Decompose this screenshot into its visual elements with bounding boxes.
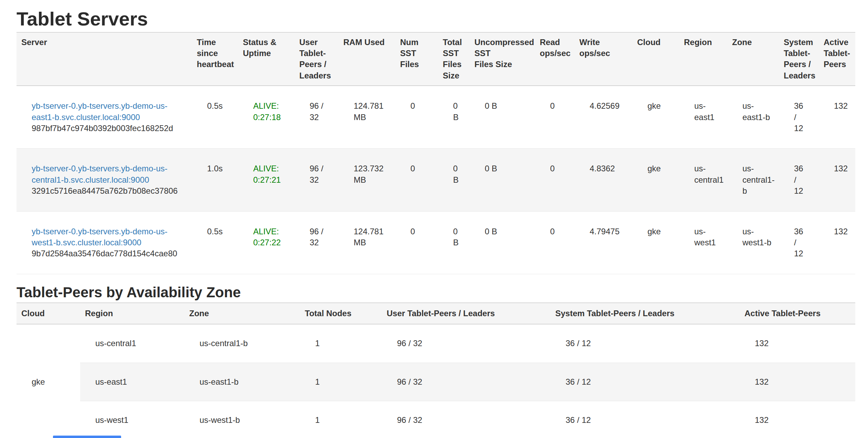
region-cell: us-east1 <box>679 86 727 149</box>
cloud-cell: gke <box>632 211 679 274</box>
user-peers-cell: 96 / 32 <box>294 149 339 211</box>
tablet-peers-by-az-table: Cloud Region Zone Total Nodes User Table… <box>17 302 855 438</box>
col-num-sst-files: Num SST Files <box>395 32 438 86</box>
col-heartbeat: Time since heartbeat <box>192 32 238 86</box>
az-row: us-east1 us-east1-b 1 96 / 32 36 / 12 13… <box>17 363 855 401</box>
total-sst-cell: 0 B <box>438 211 470 274</box>
page-content: Tablet Servers Server Time since heartbe… <box>0 8 868 438</box>
col-server: Server <box>17 32 192 86</box>
uncompressed-sst-cell: 0 B <box>470 211 535 274</box>
zone-cell: us-west1-b <box>727 211 779 274</box>
tserver-row: yb-tserver-0.yb-tservers.yb-demo-us-east… <box>17 86 855 149</box>
uncompressed-sst-cell: 0 B <box>470 86 535 149</box>
region-cell: us-west1 <box>679 211 727 274</box>
total-nodes-cell: 1 <box>300 401 382 438</box>
az-header-row: Cloud Region Zone Total Nodes User Table… <box>17 303 855 324</box>
server-link[interactable]: yb-tserver-0.yb-tservers.yb-demo-us-west… <box>32 227 168 247</box>
zone-cell: us-east1-b <box>727 86 779 149</box>
total-nodes-cell: 1 <box>300 363 382 401</box>
active-peers-cell: 132 <box>740 324 855 363</box>
col-total-nodes: Total Nodes <box>300 303 382 324</box>
server-link[interactable]: yb-tserver-0.yb-tservers.yb-demo-us-cent… <box>32 164 168 184</box>
col-ram-used: RAM Used <box>339 32 395 86</box>
col-user-tablet-peers: User Tablet-Peers / Leaders <box>382 303 550 324</box>
total-sst-cell: 0 B <box>438 149 470 211</box>
zone-cell: us-west1-b <box>184 401 300 438</box>
tserver-row: yb-tserver-0.yb-tservers.yb-demo-us-cent… <box>17 149 855 211</box>
server-uuid: 987bf7b47c974b0392b003fec168252d <box>32 123 187 134</box>
write-ops-cell: 4.62569 <box>575 86 632 149</box>
server-uuid: 3291c5716ea84475a762b7b08ec37806 <box>32 185 187 196</box>
page-title: Tablet Servers <box>17 8 855 30</box>
system-peers-value: 36 / 12 <box>794 163 806 196</box>
zone-cell: us-east1-b <box>184 363 300 401</box>
active-peers-cell: 132 <box>819 149 855 211</box>
system-peers-value: 36 / 12 <box>794 100 806 134</box>
system-peers-cell: 36 / 12 <box>550 324 740 363</box>
tserver-header-row: Server Time since heartbeat Status & Upt… <box>17 32 855 86</box>
server-link[interactable]: yb-tserver-0.yb-tservers.yb-demo-us-east… <box>32 101 168 121</box>
write-ops-cell: 4.79475 <box>575 211 632 274</box>
col-cloud: Cloud <box>17 303 80 324</box>
az-row: us-west1 us-west1-b 1 96 / 32 36 / 12 13… <box>17 401 855 438</box>
uncompressed-sst-cell: 0 B <box>470 149 535 211</box>
num-sst-cell: 0 <box>395 211 438 274</box>
active-peers-cell: 132 <box>740 363 855 401</box>
read-ops-cell: 0 <box>535 149 575 211</box>
num-sst-cell: 0 <box>395 149 438 211</box>
col-read-ops: Read ops/sec <box>535 32 575 86</box>
system-peers-cell: 36 / 12 <box>550 363 740 401</box>
partially-visible-element[interactable] <box>53 436 121 438</box>
active-peers-cell: 132 <box>740 401 855 438</box>
total-sst-cell: 0 B <box>438 86 470 149</box>
col-region: Region <box>80 303 184 324</box>
server-cell: yb-tserver-0.yb-tservers.yb-demo-us-west… <box>17 211 192 274</box>
system-peers-cell: 36 / 12 <box>779 211 819 274</box>
col-active-tablet-peers: Active Tablet-Peers <box>740 303 855 324</box>
status-cell: ALIVE: 0:27:22 <box>238 211 294 274</box>
col-cloud: Cloud <box>632 32 679 86</box>
status-cell: ALIVE: 0:27:21 <box>238 149 294 211</box>
cloud-cell: gke <box>632 149 679 211</box>
col-active-tablet-peers: Active Tablet-Peers <box>819 32 855 86</box>
tablet-servers-table: Server Time since heartbeat Status & Upt… <box>17 32 855 274</box>
col-write-ops: Write ops/sec <box>575 32 632 86</box>
system-peers-value: 36 / 12 <box>794 226 806 259</box>
region-cell: us-east1 <box>80 363 184 401</box>
system-peers-cell: 36 / 12 <box>779 149 819 211</box>
server-cell: yb-tserver-0.yb-tservers.yb-demo-us-east… <box>17 86 192 149</box>
server-cell: yb-tserver-0.yb-tservers.yb-demo-us-cent… <box>17 149 192 211</box>
server-uuid: 9b7d2584aa35476dac778d154c4cae80 <box>32 248 187 259</box>
write-ops-cell: 4.8362 <box>575 149 632 211</box>
user-peers-cell: 96 / 32 <box>382 363 550 401</box>
zone-cell: us-central1-b <box>727 149 779 211</box>
ram-used-cell: 123.732 MB <box>339 149 395 211</box>
user-peers-cell: 96 / 32 <box>294 211 339 274</box>
active-peers-cell: 132 <box>819 211 855 274</box>
col-status-uptime: Status & Uptime <box>238 32 294 86</box>
col-region: Region <box>679 32 727 86</box>
system-peers-cell: 36 / 12 <box>550 401 740 438</box>
status-cell: ALIVE: 0:27:18 <box>238 86 294 149</box>
cloud-cell: gke <box>17 324 80 438</box>
read-ops-cell: 0 <box>535 86 575 149</box>
col-system-tablet-peers: System Tablet-Peers / Leaders <box>550 303 740 324</box>
region-cell: us-west1 <box>80 401 184 438</box>
cloud-cell: gke <box>632 86 679 149</box>
user-peers-cell: 96 / 32 <box>382 324 550 363</box>
col-total-sst-size: Total SST Files Size <box>438 32 470 86</box>
az-row: gke us-central1 us-central1-b 1 96 / 32 … <box>17 324 855 363</box>
col-uncompressed-sst-size: Uncompressed SST Files Size <box>470 32 535 86</box>
col-user-tablet-peers: User Tablet-Peers / Leaders <box>294 32 339 86</box>
col-zone: Zone <box>727 32 779 86</box>
ram-used-cell: 124.781 MB <box>339 211 395 274</box>
col-zone: Zone <box>184 303 300 324</box>
active-peers-cell: 132 <box>819 86 855 149</box>
heartbeat-cell: 1.0s <box>192 149 238 211</box>
total-nodes-cell: 1 <box>300 324 382 363</box>
user-peers-cell: 96 / 32 <box>382 401 550 438</box>
num-sst-cell: 0 <box>395 86 438 149</box>
region-cell: us-central1 <box>80 324 184 363</box>
az-section-title: Tablet-Peers by Availability Zone <box>17 285 855 300</box>
user-peers-cell: 96 / 32 <box>294 86 339 149</box>
